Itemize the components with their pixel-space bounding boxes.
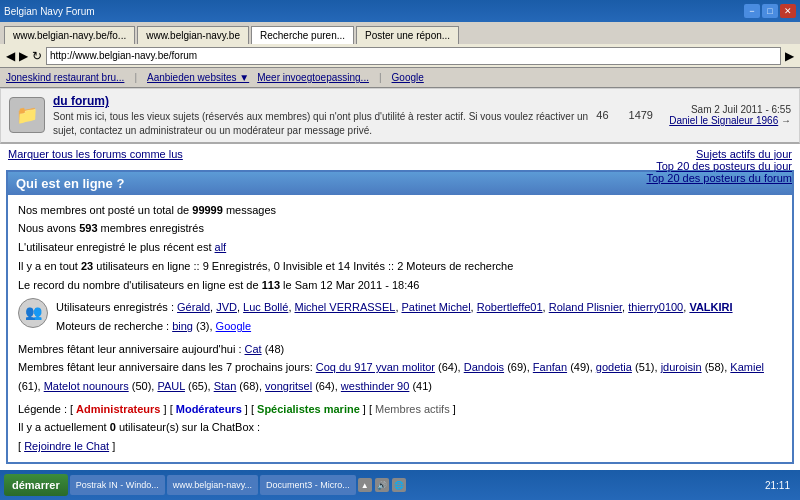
registered-users-line: Utilisateurs enregistrés : Gérald, JVD, … <box>56 298 733 317</box>
total-online: 23 <box>81 260 93 272</box>
address-input[interactable] <box>46 47 781 65</box>
topic-count: 46 <box>596 109 608 121</box>
content-area: 📁 du forum) Sont mis ici, tous les vieux… <box>0 88 800 470</box>
user-luc[interactable]: Luc Bollé <box>243 301 288 313</box>
legend-row: Légende : [ Administrateurs ] [ Modérate… <box>18 400 782 419</box>
legend-active: Membres actifs <box>375 403 450 415</box>
sujets-actifs-link[interactable]: Sujets actifs du jour <box>696 148 792 160</box>
legend-mod: Modérateurs <box>176 403 242 415</box>
user-gerald[interactable]: Gérald <box>177 301 210 313</box>
systray-icon-1: ▲ <box>358 478 372 492</box>
top20-jour-link[interactable]: Top 20 des posteurs du jour <box>656 160 792 172</box>
guests-online: 14 <box>338 260 350 272</box>
folder-icon: 📁 <box>16 104 38 126</box>
bday-godetia[interactable]: godetia <box>596 361 632 373</box>
go-icon[interactable]: ▶ <box>785 49 794 63</box>
registered-online: 9 <box>203 260 209 272</box>
forum-description: du forum) Sont mis ici, tous les vieux s… <box>53 93 588 138</box>
users-list: Utilisateurs enregistrés : Gérald, JVD, … <box>56 298 733 335</box>
user-thierry[interactable]: thierry0100 <box>628 301 683 313</box>
forward-icon[interactable]: ▶ <box>19 49 28 63</box>
bday-vongritsel[interactable]: vongritsel <box>265 380 312 392</box>
record-line: Le record du nombre d'utilisateurs en li… <box>18 276 782 295</box>
window-title: Belgian Navy Forum <box>4 6 95 17</box>
bookmarks-bar: Joneskind restaurant bru... | Aanbieden … <box>0 68 800 88</box>
birthday-soon-line: Membres fêtant leur anniversaire dans le… <box>18 358 782 395</box>
bookmark-1[interactable]: Joneskind restaurant bru... <box>6 72 124 83</box>
forum-row-archives: 📁 du forum) Sont mis ici, tous les vieux… <box>0 88 800 144</box>
online-count-line: Il y a en tout 23 utilisateurs en ligne … <box>18 257 782 276</box>
window-titlebar: Belgian Navy Forum − □ ✕ <box>0 0 800 22</box>
online-header-title: Qui est en ligne ? <box>16 176 124 191</box>
back-icon[interactable]: ◀ <box>6 49 15 63</box>
invisible-online: 0 <box>274 260 280 272</box>
systray-icon-2: 🔊 <box>375 478 389 492</box>
bday-jduroisin[interactable]: jduroisin <box>661 361 702 373</box>
maximize-button[interactable]: □ <box>762 4 778 18</box>
start-button[interactable]: démarrer <box>4 474 68 496</box>
users-online-row: 👥 Utilisateurs enregistrés : Gérald, JVD… <box>18 298 782 335</box>
taskbar-btn-2[interactable]: www.belgian-navy... <box>167 475 258 495</box>
join-chat-link[interactable]: Rejoindre le Chat <box>24 440 109 452</box>
newest-member-line: L'utilisateur enregistré le plus récent … <box>18 238 782 257</box>
taskbar-btn-1[interactable]: Postrak IN - Windo... <box>70 475 165 495</box>
bday-matelot[interactable]: Matelot nounours <box>44 380 129 392</box>
active-links: Sujets actifs du jour Top 20 des posteur… <box>646 148 792 184</box>
bot-bing[interactable]: bing <box>172 320 193 332</box>
tab-1[interactable]: www.belgian-navy.be/fo... <box>4 26 135 44</box>
user-michel-v[interactable]: Michel VERRASSEL <box>295 301 396 313</box>
bday-coq[interactable]: Coq du 917 yvan molitor <box>316 361 435 373</box>
bday-cat[interactable]: Cat <box>245 343 262 355</box>
taskbar-btn-3[interactable]: Document3 - Micro... <box>260 475 356 495</box>
total-messages: 99999 <box>192 204 223 216</box>
bday-westhinder[interactable]: westhinder 90 <box>341 380 410 392</box>
record-number: 113 <box>262 279 280 291</box>
forum-title-link[interactable]: du forum) <box>53 94 109 108</box>
chatbox-count-line: Il y a actuellement 0 utilisateur(s) sur… <box>18 418 782 455</box>
users-avatar: 👥 <box>18 298 48 328</box>
mark-read-link[interactable]: Marquer tous les forums comme lus <box>8 148 183 160</box>
bday-kamiel[interactable]: Kamiel <box>730 361 764 373</box>
systray-icon-3: 🌐 <box>392 478 406 492</box>
bookmark-google[interactable]: Google <box>392 72 424 83</box>
systray: ▲ 🔊 🌐 <box>358 478 406 492</box>
reload-icon[interactable]: ↻ <box>32 49 42 63</box>
newest-member-link[interactable]: alf <box>215 241 227 253</box>
bookmark-2[interactable]: Aanbieden websites ▼ <box>147 72 249 83</box>
user-patinet[interactable]: Patinet Michel <box>402 301 471 313</box>
record-date: Sam 12 Mar 2011 - 18:46 <box>295 279 420 291</box>
legend-spec: Spécialistes marine <box>257 403 360 415</box>
bot-google[interactable]: Google <box>216 320 251 332</box>
last-post-author-link[interactable]: Daniel le Signaleur 1966 <box>669 115 778 126</box>
forum-stats: 46 1479 <box>596 109 653 121</box>
window-controls: − □ ✕ <box>744 4 796 18</box>
bday-fanfan[interactable]: Fanfan <box>533 361 567 373</box>
tab-2[interactable]: www.belgian-navy.be <box>137 26 249 44</box>
legend-admin: Administrateurs <box>76 403 160 415</box>
bookmark-3[interactable]: Meer invoegtoepassing... <box>257 72 369 83</box>
tab-4[interactable]: Poster une répon... <box>356 26 459 44</box>
forum-icon: 📁 <box>9 97 45 133</box>
avatar-icon: 👥 <box>25 301 42 325</box>
user-roland[interactable]: Roland Plisnier <box>549 301 622 313</box>
birthday-today-line: Membres fêtant leur anniversaire aujourd… <box>18 340 782 359</box>
online-section-body: Nos membres ont posté un total de 99999 … <box>8 195 792 462</box>
bots-online: 2 <box>397 260 403 272</box>
total-members: 593 <box>79 222 97 234</box>
user-jvd[interactable]: JVD <box>216 301 237 313</box>
user-valkiri[interactable]: VALKIRI <box>689 301 732 313</box>
minimize-button[interactable]: − <box>744 4 760 18</box>
total-members-line: Nous avons 593 membres enregistrés <box>18 219 782 238</box>
bday-stan[interactable]: Stan <box>214 380 237 392</box>
bday-paul[interactable]: PAUL <box>157 380 185 392</box>
browser-tabs: www.belgian-navy.be/fo... www.belgian-na… <box>0 22 800 44</box>
forum-description-text: Sont mis ici, tous les vieux sujets (rés… <box>53 110 588 138</box>
bday-dandois[interactable]: Dandois <box>464 361 504 373</box>
user-robert[interactable]: Robertleffe01 <box>477 301 543 313</box>
tab-3[interactable]: Recherche puren... <box>251 26 354 44</box>
top20-forum-link[interactable]: Top 20 des posteurs du forum <box>646 172 792 184</box>
taskbar: démarrer Postrak IN - Windo... www.belgi… <box>0 470 800 500</box>
mark-read-bar: Marquer tous les forums comme lus Sujets… <box>0 144 800 164</box>
close-button[interactable]: ✕ <box>780 4 796 18</box>
taskbar-clock: 21:11 <box>759 480 796 491</box>
